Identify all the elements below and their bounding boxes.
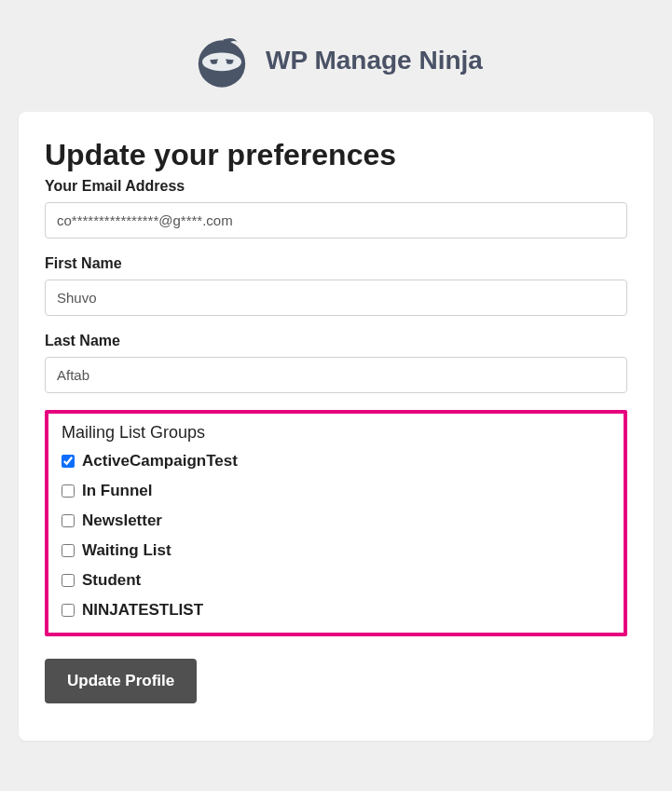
mailing-groups-list: ActiveCampaignTestIn FunnelNewsletterWai…	[62, 452, 610, 620]
last-name-label: Last Name	[45, 333, 627, 349]
mailing-group-row: NINJATESTLIST	[62, 601, 610, 620]
mailing-group-checkbox[interactable]	[62, 455, 75, 468]
ninja-logo-icon	[189, 28, 254, 93]
mailing-group-label[interactable]: ActiveCampaignTest	[82, 452, 238, 471]
first-name-field-group: First Name	[45, 255, 627, 316]
update-profile-button[interactable]: Update Profile	[45, 659, 197, 703]
mailing-group-label[interactable]: Student	[82, 571, 141, 590]
last-name-input[interactable]	[45, 357, 627, 393]
mailing-group-checkbox[interactable]	[62, 484, 75, 498]
first-name-label: First Name	[45, 255, 627, 272]
mailing-group-label[interactable]: Newsletter	[82, 511, 162, 530]
mailing-group-row: Student	[62, 571, 610, 590]
page-header: WP Manage Ninja	[19, 19, 653, 112]
mailing-group-checkbox[interactable]	[62, 604, 75, 617]
first-name-input[interactable]	[45, 280, 627, 316]
mailing-group-row: Newsletter	[62, 511, 610, 530]
mailing-group-checkbox[interactable]	[62, 514, 75, 527]
mailing-group-row: ActiveCampaignTest	[62, 452, 610, 471]
mailing-group-label[interactable]: In Funnel	[82, 482, 153, 500]
mailing-group-row: In Funnel	[62, 482, 610, 500]
email-field-group: Your Email Address	[45, 178, 627, 239]
email-input[interactable]	[45, 202, 627, 239]
preferences-card: Update your preferences Your Email Addre…	[19, 112, 653, 741]
svg-point-1	[202, 53, 241, 72]
last-name-field-group: Last Name	[45, 333, 627, 393]
mailing-group-row: Waiting List	[62, 541, 610, 560]
mailing-group-label[interactable]: NINJATESTLIST	[82, 601, 203, 620]
mailing-group-label[interactable]: Waiting List	[82, 541, 171, 560]
page-title: Update your preferences	[45, 138, 627, 172]
mailing-groups-container: Mailing List Groups ActiveCampaignTestIn…	[45, 410, 627, 636]
email-label: Your Email Address	[45, 178, 627, 195]
mailing-group-checkbox[interactable]	[62, 544, 75, 557]
brand-name: WP Manage Ninja	[266, 46, 483, 75]
mailing-group-checkbox[interactable]	[62, 574, 75, 587]
mailing-groups-title: Mailing List Groups	[62, 423, 610, 443]
